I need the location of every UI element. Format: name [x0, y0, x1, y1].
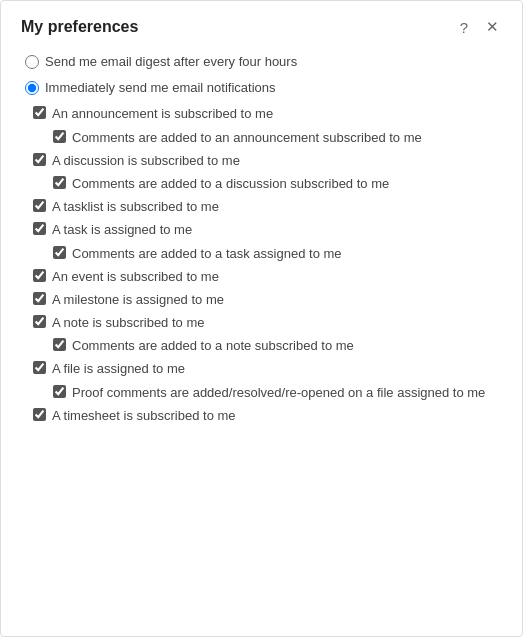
notification-section-milestone: A milestone is assigned to me — [25, 291, 502, 309]
notification-section-note: A note is subscribed to meComments are a… — [25, 314, 502, 355]
panel-content: Send me email digest after every four ho… — [21, 53, 502, 425]
checkbox-tasklist[interactable] — [33, 199, 46, 212]
checkbox-milestone[interactable] — [33, 292, 46, 305]
radio-immediate-label: Immediately send me email notifications — [45, 79, 276, 97]
radio-digest-input[interactable] — [25, 55, 39, 69]
notification-section-tasklist: A tasklist is subscribed to me — [25, 198, 502, 216]
radio-immediate-input[interactable] — [25, 81, 39, 95]
checkbox-discussion-comments[interactable] — [53, 176, 66, 189]
checkbox-file[interactable] — [33, 361, 46, 374]
label-announcement: An announcement is subscribed to me — [52, 105, 273, 123]
label-note: A note is subscribed to me — [52, 314, 204, 332]
notification-item-milestone: A milestone is assigned to me — [25, 291, 502, 309]
notification-list: An announcement is subscribed to meComme… — [25, 105, 502, 425]
checkbox-announcement[interactable] — [33, 106, 46, 119]
notification-section-event: An event is subscribed to me — [25, 268, 502, 286]
label-file-proof: Proof comments are added/resolved/re-ope… — [72, 384, 485, 402]
panel-header: My preferences ? ✕ — [21, 17, 502, 37]
notification-item-task-comments: Comments are added to a task assigned to… — [25, 245, 502, 263]
notification-item-tasklist: A tasklist is subscribed to me — [25, 198, 502, 216]
label-milestone: A milestone is assigned to me — [52, 291, 224, 309]
radio-digest-label: Send me email digest after every four ho… — [45, 53, 297, 71]
radio-immediate: Immediately send me email notifications — [25, 79, 502, 97]
checkbox-timesheet[interactable] — [33, 408, 46, 421]
label-task: A task is assigned to me — [52, 221, 192, 239]
notification-item-task: A task is assigned to me — [25, 221, 502, 239]
notification-item-timesheet: A timesheet is subscribed to me — [25, 407, 502, 425]
checkbox-file-proof[interactable] — [53, 385, 66, 398]
notification-section-announcement: An announcement is subscribed to meComme… — [25, 105, 502, 146]
label-discussion: A discussion is subscribed to me — [52, 152, 240, 170]
label-announcement-comments: Comments are added to an announcement su… — [72, 129, 422, 147]
checkbox-note[interactable] — [33, 315, 46, 328]
label-file: A file is assigned to me — [52, 360, 185, 378]
notification-section-task: A task is assigned to meComments are add… — [25, 221, 502, 262]
label-tasklist: A tasklist is subscribed to me — [52, 198, 219, 216]
notification-item-announcement: An announcement is subscribed to me — [25, 105, 502, 123]
header-icons: ? ✕ — [454, 17, 502, 37]
notification-item-discussion: A discussion is subscribed to me — [25, 152, 502, 170]
help-button[interactable]: ? — [454, 17, 474, 37]
radio-digest: Send me email digest after every four ho… — [25, 53, 502, 71]
preferences-panel: My preferences ? ✕ Send me email digest … — [0, 0, 523, 637]
notification-item-note-comments: Comments are added to a note subscribed … — [25, 337, 502, 355]
label-task-comments: Comments are added to a task assigned to… — [72, 245, 342, 263]
checkbox-announcement-comments[interactable] — [53, 130, 66, 143]
notification-section-discussion: A discussion is subscribed to meComments… — [25, 152, 502, 193]
checkbox-task-comments[interactable] — [53, 246, 66, 259]
checkbox-discussion[interactable] — [33, 153, 46, 166]
checkbox-event[interactable] — [33, 269, 46, 282]
notification-item-discussion-comments: Comments are added to a discussion subsc… — [25, 175, 502, 193]
notification-item-event: An event is subscribed to me — [25, 268, 502, 286]
notification-section-timesheet: A timesheet is subscribed to me — [25, 407, 502, 425]
label-note-comments: Comments are added to a note subscribed … — [72, 337, 354, 355]
close-button[interactable]: ✕ — [482, 17, 502, 37]
checkbox-task[interactable] — [33, 222, 46, 235]
notification-item-file: A file is assigned to me — [25, 360, 502, 378]
label-discussion-comments: Comments are added to a discussion subsc… — [72, 175, 389, 193]
notification-section-file: A file is assigned to meProof comments a… — [25, 360, 502, 401]
checkbox-note-comments[interactable] — [53, 338, 66, 351]
panel-title: My preferences — [21, 18, 138, 36]
label-event: An event is subscribed to me — [52, 268, 219, 286]
notification-item-file-proof: Proof comments are added/resolved/re-ope… — [25, 384, 502, 402]
notification-item-note: A note is subscribed to me — [25, 314, 502, 332]
label-timesheet: A timesheet is subscribed to me — [52, 407, 236, 425]
notification-item-announcement-comments: Comments are added to an announcement su… — [25, 129, 502, 147]
